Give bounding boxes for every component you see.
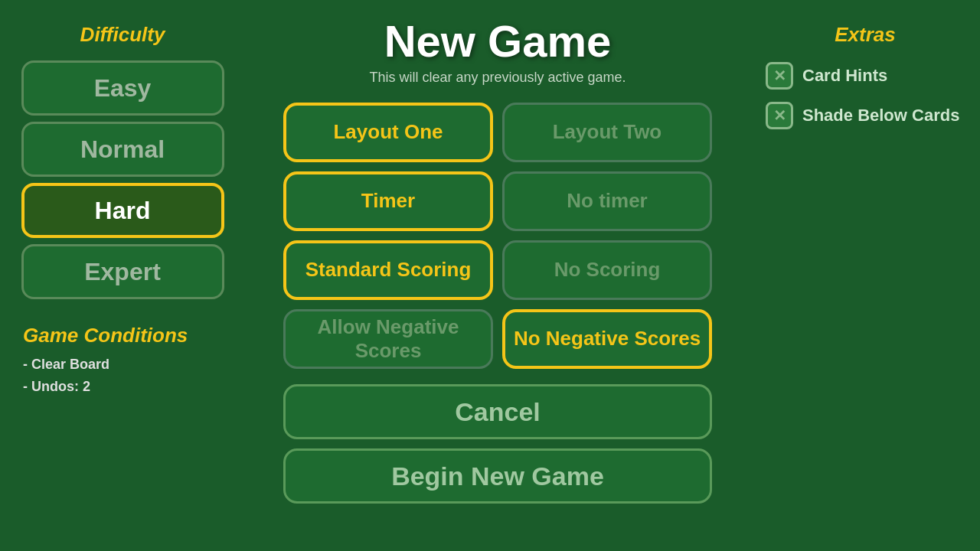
- allow-negative-button[interactable]: Allow Negative Scores: [283, 309, 493, 369]
- shade-below-label: Shade Below Cards: [802, 106, 959, 126]
- no-negative-button[interactable]: No Negative Scores: [502, 309, 712, 369]
- begin-new-game-button[interactable]: Begin New Game: [283, 448, 712, 504]
- right-panel: Extras ✕ Card Hints ✕ Shade Below Cards: [750, 0, 980, 551]
- difficulty-hard-button[interactable]: Hard: [21, 183, 224, 238]
- no-timer-button[interactable]: No timer: [502, 171, 712, 231]
- condition-clear-board: - Clear Board: [23, 354, 188, 376]
- game-conditions: Game Conditions - Clear Board - Undos: 2: [15, 324, 188, 398]
- page-subtitle: This will clear any previously active ga…: [369, 70, 626, 86]
- left-panel: Difficulty Easy Normal Hard Expert Game …: [0, 0, 245, 551]
- no-scoring-button[interactable]: No Scoring: [502, 240, 712, 300]
- cancel-button[interactable]: Cancel: [283, 384, 712, 439]
- card-hints-check-icon: ✕: [773, 67, 786, 85]
- difficulty-normal-button[interactable]: Normal: [21, 122, 224, 177]
- center-panel: New Game This will clear any previously …: [245, 0, 750, 551]
- shade-below-checkbox[interactable]: ✕: [766, 102, 793, 129]
- extras-title: Extras: [766, 23, 965, 47]
- shade-below-check-icon: ✕: [773, 106, 786, 125]
- options-grid: Layout One Layout Two Timer No timer Sta…: [283, 103, 712, 369]
- layout-two-button[interactable]: Layout Two: [502, 103, 712, 162]
- card-hints-label: Card Hints: [802, 66, 887, 86]
- shade-below-cards-item[interactable]: ✕ Shade Below Cards: [766, 102, 959, 129]
- standard-scoring-button[interactable]: Standard Scoring: [283, 240, 493, 300]
- layout-one-button[interactable]: Layout One: [283, 103, 493, 162]
- difficulty-expert-button[interactable]: Expert: [21, 244, 224, 299]
- timer-button[interactable]: Timer: [283, 171, 493, 231]
- game-conditions-title: Game Conditions: [23, 324, 188, 347]
- condition-undos: - Undos: 2: [23, 376, 188, 398]
- difficulty-title: Difficulty: [80, 23, 165, 47]
- main-container: Difficulty Easy Normal Hard Expert Game …: [0, 0, 980, 551]
- page-title: New Game: [384, 15, 612, 67]
- card-hints-item[interactable]: ✕ Card Hints: [766, 62, 887, 90]
- difficulty-easy-button[interactable]: Easy: [21, 60, 224, 116]
- card-hints-checkbox[interactable]: ✕: [766, 62, 793, 90]
